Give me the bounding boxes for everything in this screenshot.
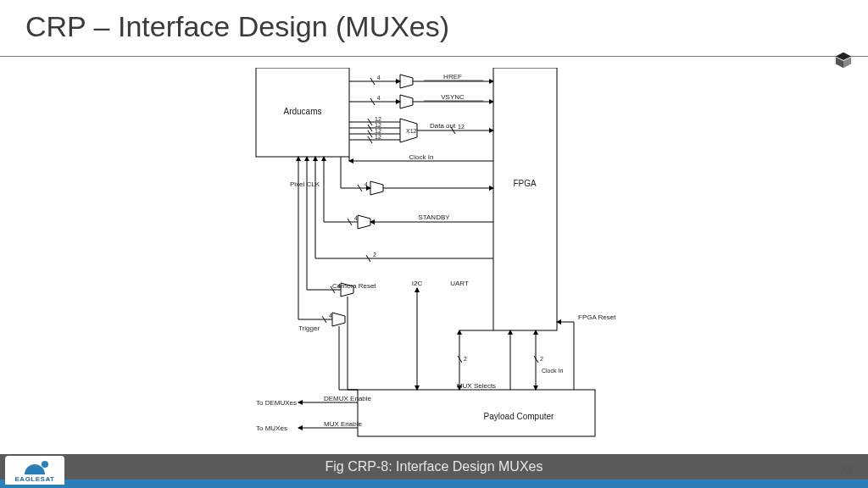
demux-enable-label: DEMUX Enable: [324, 395, 372, 402]
logo-dome-icon: [25, 464, 45, 474]
mux-href: [400, 75, 413, 88]
bw-clk2: 2: [540, 356, 543, 362]
mux-pixelclk: [370, 181, 383, 195]
i2c-label: I2C: [412, 280, 423, 287]
bw-do3: 12: [375, 128, 381, 134]
block-diagram: Arducams FPGA Payload Computer: [239, 68, 663, 441]
payload-label: Payload Computer: [484, 412, 554, 421]
uart-label: UART: [450, 280, 469, 287]
vsync-label: VSYNC: [441, 93, 465, 101]
mux-standby: [358, 215, 370, 229]
bw-href: 4: [377, 75, 381, 80]
to-mux-label: To MUXes: [256, 424, 287, 432]
bw-vsync: 4: [377, 95, 381, 101]
trigger-label: Trigger: [298, 324, 320, 332]
bw-pclk: 4: [364, 181, 368, 187]
footer-accent: [0, 480, 868, 488]
clockin-label: Clock In: [409, 153, 434, 161]
page-number: 23: [839, 463, 853, 476]
fpga-label: FPGA: [513, 179, 537, 188]
bw-trg: 4: [329, 313, 332, 319]
bw-do2: 12: [375, 122, 381, 128]
slide-title: CRP – Interface Design (MUXes): [25, 10, 449, 43]
bw-uart: 2: [464, 356, 467, 362]
bw-mid2: 2: [373, 252, 376, 258]
payload-block: [358, 390, 595, 436]
arducams-label: Arducams: [283, 107, 321, 116]
footer-bar: Fig CRP-8: Interface Design MUXes: [0, 454, 868, 480]
title-rule: [0, 56, 868, 57]
fpgareset-label: FPGA Reset: [578, 313, 616, 321]
bw-do1: 12: [375, 116, 381, 122]
dataout-label: Data out: [430, 122, 456, 130]
cube-icon: [834, 51, 853, 69]
standby-label: STANDBY: [418, 214, 450, 221]
bw-cr: 4: [337, 283, 341, 289]
bw-do4: 12: [375, 134, 381, 140]
bw-stby: 4: [354, 215, 358, 221]
href-label: HREF: [443, 73, 462, 80]
fpga-clockin-label: Clock In: [542, 368, 563, 374]
bw-do-out: 12: [458, 124, 465, 130]
to-demux-label: To DEMUXes: [256, 399, 297, 407]
mux-trigger: [332, 313, 345, 326]
muxselects-label: MUX Selects: [457, 382, 496, 390]
mux-vsync: [400, 95, 413, 108]
mux-enable-label: MUX Enable: [324, 420, 362, 428]
fpga-block: [493, 68, 557, 330]
logo-text: EAGLESAT: [15, 475, 55, 483]
mux-x12-label: X12: [406, 128, 417, 134]
figure-caption: Fig CRP-8: Interface Design MUXes: [326, 459, 543, 474]
eaglesat-logo: EAGLESAT: [5, 456, 64, 485]
pixelclk-label: Pixel CLK: [290, 180, 320, 188]
